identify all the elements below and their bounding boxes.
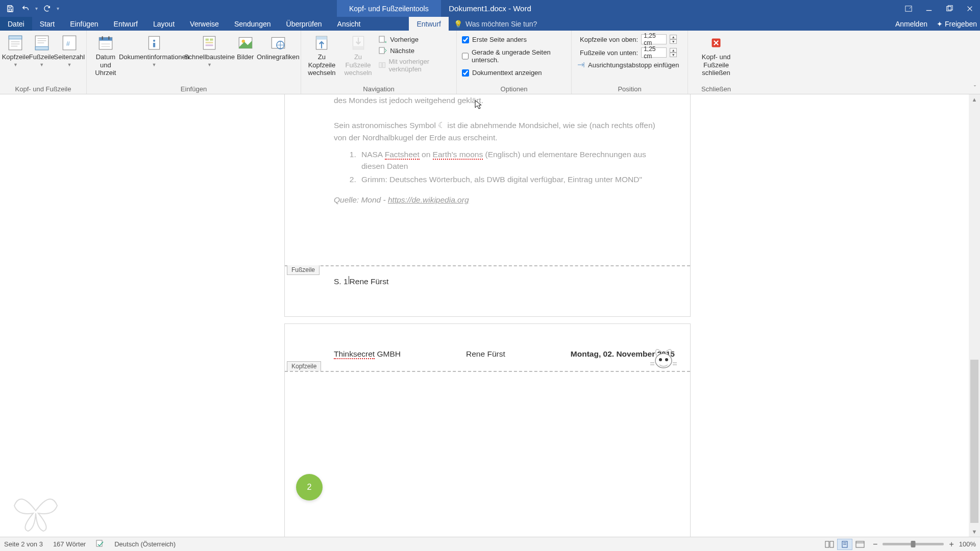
svg-rect-60 [856, 541, 864, 547]
sign-in-link[interactable]: Anmelden [895, 20, 927, 28]
collapse-ribbon-button[interactable]: ˇ [974, 85, 976, 92]
pictures-button[interactable]: Bilder [234, 33, 257, 62]
header-content[interactable]: Thinksecret GMBH Rene Fürst Montag, 02. … [334, 349, 675, 359]
link-icon [379, 61, 385, 69]
body-paragraph: des Mondes ist jedoch weitgehend geklärt… [334, 94, 659, 106]
text-cursor [349, 276, 349, 284]
qat-customize-icon[interactable]: ▾ [55, 6, 60, 11]
svg-point-53 [665, 358, 668, 361]
show-document-text-checkbox[interactable]: Dokumenttext anzeigen [460, 68, 544, 78]
close-icon [707, 34, 725, 52]
first-page-different-checkbox[interactable]: Erste Seite anders [460, 35, 529, 44]
goto-header-button[interactable]: Zu Kopfzeile wechseln [304, 33, 339, 78]
source-line: Quelle: Mond - https://de.wikipedia.org [334, 194, 659, 206]
status-word-count[interactable]: 167 Wörter [53, 540, 86, 548]
share-button[interactable]: ✦Freigeben [937, 20, 977, 28]
window-title: Dokument1.docx - Word [449, 4, 531, 13]
save-button[interactable] [3, 2, 17, 15]
group-label: Navigation [301, 84, 456, 94]
header-from-top-input[interactable]: 1,25 cm [641, 34, 667, 44]
tab-insert[interactable]: Einfügen [62, 17, 106, 31]
spinner[interactable]: ▲▼ [670, 35, 677, 44]
document-info-button[interactable]: Dokumentinformationen ▼ [124, 33, 185, 68]
body-paragraph: Sein astronomisches Symbol ☾ ist die abn… [334, 119, 659, 143]
footer-from-bottom-label: Fußzeile von unten: [580, 49, 638, 57]
page-number-icon: # [60, 34, 79, 52]
odd-even-different-checkbox[interactable]: Gerade & ungerade Seiten untersch. [460, 47, 568, 65]
close-button[interactable] [960, 0, 980, 17]
svg-text:#: # [66, 40, 70, 47]
online-pictures-button[interactable]: Onlinegrafiken [259, 33, 298, 62]
picture-icon [236, 34, 255, 52]
tab-references[interactable]: Verweise [182, 17, 227, 31]
contextual-tool-tab: Kopf- und Fußzeilentools [337, 0, 441, 17]
footer-from-bottom-input[interactable]: 1,25 cm [641, 47, 667, 58]
scroll-up-arrow[interactable]: ▲ [969, 94, 980, 105]
svg-rect-30 [210, 39, 213, 41]
tab-design[interactable]: Entwurf [106, 17, 145, 31]
read-mode-button[interactable] [822, 539, 837, 550]
footer-button[interactable]: Fußzeile ▼ [30, 33, 54, 68]
dropdown-icon: ▼ [13, 62, 18, 68]
header-button[interactable]: Kopfzeile ▼ [3, 33, 28, 68]
tab-start[interactable]: Start [32, 17, 63, 31]
insert-alignment-tab-button[interactable]: Ausrichtungstabstopp einfügen [575, 60, 681, 69]
svg-rect-13 [35, 46, 48, 49]
web-layout-button[interactable] [852, 539, 868, 550]
svg-rect-42 [379, 47, 384, 54]
tab-layout[interactable]: Layout [145, 17, 182, 31]
undo-button[interactable] [18, 2, 33, 15]
ribbon-display-options-button[interactable] [898, 0, 919, 17]
zoom-in-button[interactable]: + [949, 540, 953, 549]
tell-me-search[interactable]: 💡 Was möchten Sie tun? [454, 17, 537, 31]
dropdown-icon: ▼ [207, 62, 212, 68]
minimize-button[interactable] [919, 0, 939, 17]
svg-rect-32 [206, 44, 213, 46]
header-label-tab: Kopfzeile [287, 361, 321, 371]
group-label: Schließen [688, 84, 744, 94]
next-icon [379, 46, 387, 55]
tell-me-placeholder: Was möchten Sie tun? [465, 20, 537, 28]
document-canvas[interactable]: des Mondes ist jedoch weitgehend geklärt… [0, 94, 969, 537]
scroll-down-arrow[interactable]: ▼ [969, 527, 980, 537]
goto-footer-button: Zu Fußzeile wechseln [341, 33, 375, 78]
svg-point-52 [659, 358, 662, 361]
zoom-out-button[interactable]: − [873, 540, 877, 549]
prev-icon [379, 35, 387, 43]
link-previous-button: Mit vorheriger verknüpfen [377, 57, 453, 73]
vertical-scrollbar[interactable]: ▲ ▼ [969, 94, 980, 537]
redo-button[interactable] [40, 2, 54, 15]
dropdown-icon: ▼ [152, 62, 156, 68]
print-layout-button[interactable] [837, 539, 852, 550]
close-header-footer-button[interactable]: Kopf- und Fußzeile schließen [691, 33, 741, 78]
quick-parts-button[interactable]: Schnellbausteine ▼ [187, 33, 232, 68]
qat-dropdown-icon[interactable]: ▾ [34, 6, 39, 11]
group-label: Optionen [457, 84, 571, 94]
next-button[interactable]: Nächste [377, 46, 453, 55]
tab-file[interactable]: Datei [0, 17, 32, 31]
tab-mailings[interactable]: Sendungen [227, 17, 279, 31]
status-language[interactable]: Deutsch (Österreich) [114, 540, 176, 548]
zoom-slider[interactable] [883, 543, 944, 545]
date-time-button[interactable]: Datum und Uhrzeit [90, 33, 121, 78]
spinner[interactable]: ▲▼ [670, 48, 677, 57]
svg-rect-55 [825, 541, 829, 547]
tab-review[interactable]: Überprüfen [279, 17, 330, 31]
page-2: Thinksecret GMBH Rene Fürst Montag, 02. … [285, 324, 690, 537]
header-logo-image [649, 340, 678, 369]
zoom-level[interactable]: 100% [959, 540, 976, 548]
tab-header-footer-design[interactable]: Entwurf [409, 17, 448, 31]
page-number-button[interactable]: # Seitenzahl ▼ [56, 33, 83, 68]
svg-rect-38 [316, 36, 327, 39]
scrollbar-thumb[interactable] [970, 360, 978, 523]
footer-content[interactable]: S. 1 Rene Fürst [334, 276, 388, 286]
svg-rect-41 [379, 36, 384, 42]
previous-button[interactable]: Vorherige [377, 35, 453, 44]
numbered-list: NASA Factsheet on Earth's moons (Englisc… [358, 148, 659, 186]
tab-view[interactable]: Ansicht [330, 17, 369, 31]
maximize-button[interactable] [939, 0, 960, 17]
group-label: Position [572, 84, 688, 94]
status-proofing-icon[interactable] [96, 539, 104, 549]
calendar-icon [96, 34, 115, 52]
status-page[interactable]: Seite 2 von 3 [4, 540, 43, 548]
